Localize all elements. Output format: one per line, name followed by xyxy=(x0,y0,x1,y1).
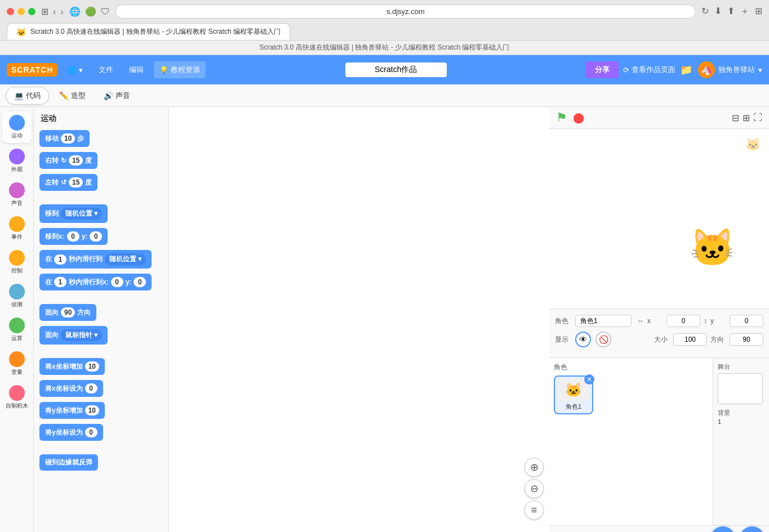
tab-title: Scratch 3.0 高快速在线编辑器 | 独角兽驿站 - 少儿编程教程 Sc… xyxy=(30,27,281,37)
block-sety-value[interactable]: 0 xyxy=(85,427,97,437)
sidebar-item-sensing[interactable]: 侦测 xyxy=(2,280,32,312)
block-glidexy-x[interactable]: 0 xyxy=(111,277,123,287)
user-menu[interactable]: 🦄 独角兽驿站 ▾ xyxy=(698,61,762,78)
add-sprite-button[interactable]: 🐱 xyxy=(710,526,735,532)
block-goto-xy[interactable]: 移到x: 0 y: 0 xyxy=(38,226,164,247)
forward-icon[interactable]: › xyxy=(60,7,63,17)
sidebar-item-events[interactable]: 事件 xyxy=(2,213,32,244)
block-changey-value[interactable]: 10 xyxy=(85,405,99,415)
sidebar-item-control[interactable]: 控制 xyxy=(2,247,32,278)
grid-icon[interactable]: ⊞ xyxy=(755,6,762,17)
tutorials-button[interactable]: 💡 教程资源 xyxy=(154,61,206,78)
stage-right-panel: ⚑ ⬤ ⊟ ⊞ ⛶ 🐱 🐱 角色 xyxy=(549,107,769,532)
motion-label: 运动 xyxy=(11,132,23,140)
stage-full-button[interactable]: ⛶ xyxy=(753,113,762,123)
download-icon[interactable]: ⬇ xyxy=(714,6,722,17)
sidebar-item-variables[interactable]: 变量 xyxy=(2,348,32,379)
tab-favicon: 🐱 xyxy=(16,28,26,37)
sprite-delete-button[interactable]: ✕ xyxy=(584,374,594,385)
block-turn-right[interactable]: 右转 ↻ 15 度 xyxy=(38,150,164,171)
block-right-suffix: 度 xyxy=(85,156,92,166)
y-input[interactable] xyxy=(730,315,763,327)
block-glide-dropdown[interactable]: 随机位置 ▾ xyxy=(105,253,146,265)
size-input[interactable] xyxy=(673,333,707,346)
green-flag-button[interactable]: ⚑ xyxy=(556,110,567,125)
file-menu-button[interactable]: 文件 xyxy=(93,61,119,78)
block-glide-xy[interactable]: 在 1 秒内滑行到x: 0 y: 0 xyxy=(38,272,164,292)
block-change-y[interactable]: 将y坐标增加 10 xyxy=(38,400,164,421)
project-title-input[interactable] xyxy=(345,62,447,77)
block-change-x[interactable]: 将x坐标增加 10 xyxy=(38,356,164,377)
block-face-dir[interactable]: 面向 90 方向 xyxy=(38,302,164,323)
stage-medium-button[interactable]: ⊞ xyxy=(743,113,750,123)
operators-label: 运算 xyxy=(11,334,23,342)
share-icon[interactable]: ⬆ xyxy=(727,6,735,17)
control-dot xyxy=(9,250,25,266)
block-gotoxy-x[interactable]: 0 xyxy=(67,231,79,242)
tab-costume[interactable]: ✏️ 造型 xyxy=(51,87,94,104)
sidebar-item-sound[interactable]: 声音 xyxy=(2,179,32,211)
back-icon[interactable]: ‹ xyxy=(53,7,56,17)
sprite-name-input[interactable] xyxy=(575,315,632,327)
reload-icon[interactable]: ↻ xyxy=(701,6,709,17)
block-changex-value[interactable]: 10 xyxy=(85,361,99,372)
zoom-out-button[interactable]: ⊖ xyxy=(524,479,544,498)
block-gotoxy-y[interactable]: 0 xyxy=(90,231,102,242)
block-move-value[interactable]: 10 xyxy=(61,133,75,144)
add-backdrop-button[interactable]: 🖼 xyxy=(740,526,764,532)
cat-sprite-main: 🐱 xyxy=(690,226,735,269)
block-left-value[interactable]: 15 xyxy=(69,177,83,187)
lightbulb-icon: 💡 xyxy=(159,66,168,74)
block-face-mouse[interactable]: 面向 鼠标指针 ▾ xyxy=(38,324,164,346)
zoom-in-button[interactable]: ⊕ xyxy=(524,458,544,477)
stop-button[interactable]: ⬤ xyxy=(573,111,584,124)
browser-tab[interactable]: 🐱 Scratch 3.0 高快速在线编辑器 | 独角兽驿站 - 少儿编程教程 … xyxy=(7,23,290,40)
direction-input[interactable] xyxy=(730,333,763,346)
show-hidden-button[interactable]: 🚫 xyxy=(595,332,611,347)
zoom-reset-button[interactable]: ≡ xyxy=(524,500,544,520)
block-bounce[interactable]: 碰到边缘就反弹 xyxy=(38,453,164,472)
block-facedir-value[interactable]: 90 xyxy=(61,307,75,318)
app-header: SCRATCH 🌐 ▾ 文件 编辑 💡 教程资源 分享 ⟳ 查看作品页面 📁 🦄… xyxy=(0,55,769,84)
close-button[interactable] xyxy=(7,8,14,15)
sidebar-item-motion[interactable]: 运动 xyxy=(2,111,32,143)
sidebar-item-operators[interactable]: 运算 xyxy=(2,314,32,346)
block-move-suffix: 步 xyxy=(77,134,84,144)
block-goto-dropdown[interactable]: 随机位置 ▾ xyxy=(61,208,102,220)
view-page-button[interactable]: ⟳ 查看作品页面 xyxy=(623,65,675,75)
minimize-button[interactable] xyxy=(17,8,25,15)
show-visible-button[interactable]: 👁 xyxy=(575,332,591,347)
tab-code[interactable]: 💻 代码 xyxy=(6,87,49,105)
globe-menu-button[interactable]: 🌐 ▾ xyxy=(62,62,88,78)
tab-sound[interactable]: 🔊 声音 xyxy=(96,87,138,104)
block-setx-value[interactable]: 0 xyxy=(85,383,97,394)
folder-icon[interactable]: 📁 xyxy=(680,64,692,76)
sprites-heading: 角色 xyxy=(554,363,708,372)
block-glide-secs[interactable]: 1 xyxy=(54,254,66,265)
block-set-y[interactable]: 将y坐标设为 0 xyxy=(38,422,164,442)
stage-small-button[interactable]: ⊟ xyxy=(732,113,739,123)
block-move[interactable]: 移动 10 步 xyxy=(38,128,164,149)
sidebar-item-looks[interactable]: 外观 xyxy=(2,145,32,177)
block-right-value[interactable]: 15 xyxy=(69,155,83,166)
block-setx-label: 将x坐标设为 xyxy=(45,384,83,394)
sidebar-toggle-icon[interactable]: ⊞ xyxy=(41,6,48,17)
block-turn-left[interactable]: 左转 ↺ 15 度 xyxy=(38,172,164,193)
stage-backdrop-thumb[interactable] xyxy=(718,373,763,404)
block-gotoxy-ylabel: y: xyxy=(82,233,88,240)
block-set-x[interactable]: 将x坐标设为 0 xyxy=(38,378,164,399)
sprite-item-cat[interactable]: ✕ 🐱 角色1 xyxy=(554,375,593,414)
edit-menu-button[interactable]: 编辑 xyxy=(123,61,149,78)
block-glide-random[interactable]: 在 1 秒内滑行到 随机位置 ▾ xyxy=(38,248,164,270)
block-glidexy-y[interactable]: 0 xyxy=(134,277,146,287)
sidebar-item-custom[interactable]: 自制积木 xyxy=(2,382,32,413)
share-button[interactable]: 分享 xyxy=(586,61,619,78)
x-input[interactable] xyxy=(666,315,700,327)
block-glidexy-secs[interactable]: 1 xyxy=(54,277,66,287)
maximize-button[interactable] xyxy=(28,8,35,15)
block-goto-random[interactable]: 移到 随机位置 ▾ xyxy=(38,203,164,225)
file-label: 文件 xyxy=(99,65,113,75)
new-tab-icon[interactable]: ＋ xyxy=(740,6,749,17)
block-facemouse-dropdown[interactable]: 鼠标指针 ▾ xyxy=(61,329,102,341)
address-bar[interactable]: s.djsyz.com xyxy=(115,5,696,19)
